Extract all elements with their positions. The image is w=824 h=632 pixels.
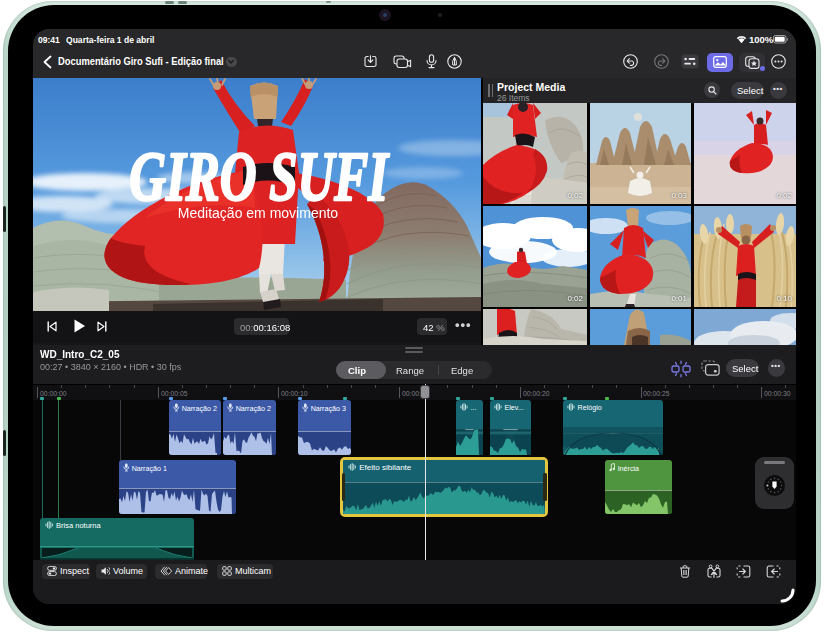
svg-text:GIRO SUFI: GIRO SUFI [129, 137, 390, 215]
svg-text:Meditação em movimento: Meditação em movimento [178, 205, 339, 221]
